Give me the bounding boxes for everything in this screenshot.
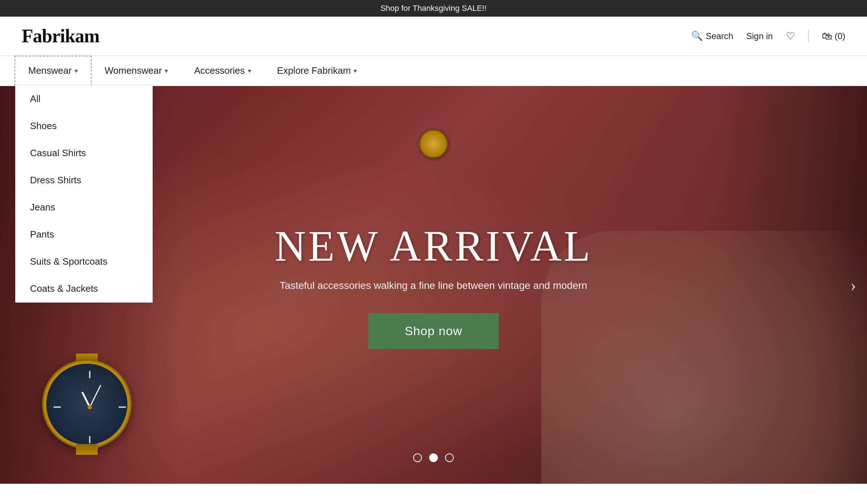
watch-band-bottom — [76, 444, 98, 455]
chevron-down-icon: ▾ — [165, 67, 168, 75]
dropdown-item-dress-shirts[interactable]: Dress Shirts — [16, 167, 152, 194]
nav-item-menswear[interactable]: Menswear ▾ All Shoes Casual Shirts Dress… — [14, 56, 92, 86]
nav-label-accessories: Accessories — [194, 65, 245, 76]
carousel-dot-1[interactable] — [413, 453, 422, 462]
menswear-dropdown: All Shoes Casual Shirts Dress Shirts Jea… — [15, 85, 153, 303]
watch-decoration — [36, 354, 138, 455]
nav-item-womenswear[interactable]: Womenswear ▾ — [92, 56, 181, 85]
dropdown-item-suits[interactable]: Suits & Sportcoats — [16, 248, 152, 275]
svg-line-4 — [83, 393, 90, 407]
search-icon: 🔍 — [691, 30, 703, 42]
heart-icon: ♡ — [786, 30, 795, 42]
announcement-bar: Shop for Thanksgiving SALE!! — [0, 0, 867, 17]
chevron-down-icon: ▾ — [248, 67, 251, 75]
dropdown-item-casual-shirts[interactable]: Casual Shirts — [16, 140, 152, 167]
carousel-dot-2[interactable] — [429, 453, 438, 462]
cart-icon: 🛍 — [822, 30, 832, 42]
dropdown-item-jeans[interactable]: Jeans — [16, 194, 152, 221]
chevron-down-icon: ▾ — [75, 67, 78, 75]
carousel-dot-3[interactable] — [445, 453, 454, 462]
jacket-button-decoration — [419, 129, 448, 158]
watch-hands-svg — [46, 364, 133, 450]
chevron-down-icon: ▾ — [354, 67, 357, 75]
cart-action[interactable]: 🛍 (0) — [822, 30, 845, 42]
announcement-text: Shop for Thanksgiving SALE!! — [380, 4, 486, 13]
header-actions: 🔍 Search Sign in ♡ 🛍 (0) — [691, 30, 845, 43]
dropdown-item-shoes[interactable]: Shoes — [16, 112, 152, 140]
dropdown-item-pants[interactable]: Pants — [16, 221, 152, 248]
nav-item-explore[interactable]: Explore Fabrikam ▾ — [264, 56, 370, 85]
nav-label-womenswear: Womenswear — [105, 65, 162, 76]
search-label: Search — [706, 31, 733, 41]
wishlist-action[interactable]: ♡ — [786, 30, 795, 42]
signin-label: Sign in — [746, 31, 773, 41]
main-nav: Menswear ▾ All Shoes Casual Shirts Dress… — [0, 56, 867, 86]
hero-title: NEW ARRIVAL — [275, 221, 592, 271]
site-logo[interactable]: Fabrikam — [22, 25, 99, 47]
dropdown-item-all[interactable]: All — [16, 85, 152, 112]
carousel-dots — [413, 453, 454, 462]
search-action[interactable]: 🔍 Search — [691, 30, 733, 42]
svg-line-5 — [90, 385, 101, 407]
header-divider — [808, 30, 809, 43]
dropdown-item-coats[interactable]: Coats & Jackets — [16, 275, 152, 302]
header: Fabrikam 🔍 Search Sign in ♡ 🛍 (0) — [0, 17, 867, 56]
nav-label-menswear: Menswear — [28, 65, 72, 76]
svg-point-6 — [88, 405, 92, 409]
shop-now-button[interactable]: Shop now — [368, 313, 498, 349]
watch-face — [43, 361, 130, 448]
signin-action[interactable]: Sign in — [746, 31, 773, 41]
nav-label-explore: Explore Fabrikam — [277, 65, 351, 76]
hero-subtitle: Tasteful accessories walking a fine line… — [275, 280, 592, 291]
cart-count: (0) — [835, 31, 845, 41]
carousel-next-button[interactable]: › — [850, 275, 856, 295]
hero-content: NEW ARRIVAL Tasteful accessories walking… — [275, 221, 592, 349]
nav-item-accessories[interactable]: Accessories ▾ — [181, 56, 264, 85]
